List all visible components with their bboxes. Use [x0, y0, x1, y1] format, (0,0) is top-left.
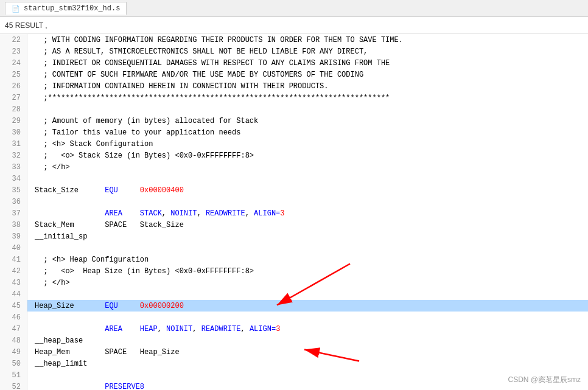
line-number: 47 — [0, 323, 27, 335]
code-line: 27 ;************************************… — [0, 92, 588, 103]
code-line: 28 — [0, 103, 588, 115]
line-content: ; AS A RESULT, STMICROELECTRONICS SHALL … — [27, 47, 368, 56]
tab-label: startup_stm32f10x_hd.s — [24, 4, 120, 13]
line-content: __heap_limit — [27, 360, 87, 368]
code-lines: 22 ; WITH CODING INFORMATION REGARDING T… — [0, 34, 588, 390]
line-number: 33 — [0, 161, 27, 173]
code-line: 39__initial_sp — [0, 231, 588, 242]
line-number: 40 — [0, 242, 27, 254]
line-content: ; CONTENT OF SUCH FIRMWARE AND/OR THE US… — [27, 71, 363, 79]
line-content: ; </h> — [27, 279, 70, 287]
code-line: 30 ; Tailor this value to your applicati… — [0, 127, 588, 138]
code-line: 22 ; WITH CODING INFORMATION REGARDING T… — [0, 34, 588, 46]
line-number: 38 — [0, 219, 27, 231]
file-tab[interactable]: 📄 startup_stm32f10x_hd.s — [5, 2, 127, 15]
code-area: 22 ; WITH CODING INFORMATION REGARDING T… — [0, 34, 588, 390]
line-number: 50 — [0, 358, 27, 369]
line-number: 49 — [0, 346, 27, 358]
line-content: ; Amount of memory (in bytes) allocated … — [27, 117, 258, 125]
code-line: 44 — [0, 288, 588, 300]
line-content: ; Tailor this value to your application … — [27, 128, 240, 137]
line-number: 48 — [0, 335, 27, 346]
line-number: 52 — [0, 381, 27, 390]
line-content: Heap_Mem SPACE Heap_Size — [27, 348, 180, 357]
line-content: ; <o> Stack Size (in Bytes) <0x0-0xFFFFF… — [27, 151, 254, 160]
line-content: __initial_sp — [27, 232, 87, 241]
line-content: ; INFORMATION CONTAINED HEREIN IN CONNEC… — [27, 82, 328, 91]
code-line: 47 AREA HEAP, NOINIT, READWRITE, ALIGN=3 — [0, 323, 588, 335]
line-number: 30 — [0, 127, 27, 138]
line-number: 42 — [0, 265, 27, 277]
line-number: 46 — [0, 312, 27, 323]
search-bar: 45 RESULT , — [0, 17, 588, 34]
line-content: Heap_Size EQU 0x00000200 — [27, 302, 184, 310]
code-line: 33 ; </h> — [0, 161, 588, 173]
code-line: 49Heap_Mem SPACE Heap_Size — [0, 346, 588, 358]
code-line: 45Heap_Size EQU 0x00000200 — [0, 300, 588, 312]
line-number: 27 — [0, 92, 27, 103]
code-line: 46 — [0, 312, 588, 323]
code-line: 26 ; INFORMATION CONTAINED HEREIN IN CON… — [0, 80, 588, 92]
line-number: 36 — [0, 196, 27, 207]
code-line: 23 ; AS A RESULT, STMICROELECTRONICS SHA… — [0, 46, 588, 57]
search-result-text: 45 RESULT , — [5, 21, 47, 30]
code-line: 31 ; <h> Stack Configuration — [0, 138, 588, 150]
code-line: 36 — [0, 196, 588, 207]
line-number: 24 — [0, 57, 27, 69]
code-line: 24 ; INDIRECT OR CONSEQUENTIAL DAMAGES W… — [0, 57, 588, 69]
line-number: 23 — [0, 46, 27, 57]
code-line: 51 — [0, 369, 588, 381]
code-line: 48__heap_base — [0, 335, 588, 346]
line-content: ; <h> Heap Configuration — [27, 256, 149, 264]
line-content: Stack_Mem SPACE Stack_Size — [27, 221, 184, 229]
line-content: PRESERVE8 — [27, 383, 144, 391]
line-number: 43 — [0, 277, 27, 288]
code-line: 41 ; <h> Heap Configuration — [0, 254, 588, 265]
code-line: 29 ; Amount of memory (in bytes) allocat… — [0, 115, 588, 127]
line-number: 35 — [0, 184, 27, 196]
line-number: 34 — [0, 173, 27, 184]
line-content: ; <o> Heap Size (in Bytes) <0x0-0xFFFFFF… — [27, 267, 254, 276]
title-bar: 📄 startup_stm32f10x_hd.s — [0, 0, 588, 17]
line-number: 22 — [0, 34, 27, 46]
line-content: ; INDIRECT OR CONSEQUENTIAL DAMAGES WITH… — [27, 59, 390, 68]
line-content: ; <h> Stack Configuration — [27, 140, 153, 148]
line-number: 26 — [0, 80, 27, 92]
line-number: 44 — [0, 288, 27, 300]
line-content: ;***************************************… — [27, 94, 390, 102]
code-line: 25 ; CONTENT OF SUCH FIRMWARE AND/OR THE… — [0, 69, 588, 80]
line-number: 51 — [0, 369, 27, 381]
code-line: 50__heap_limit — [0, 358, 588, 369]
line-content: ; </h> — [27, 163, 70, 172]
line-content: AREA HEAP, NOINIT, READWRITE, ALIGN=3 — [27, 325, 280, 333]
line-number: 32 — [0, 150, 27, 161]
code-line: 40 — [0, 242, 588, 254]
line-number: 25 — [0, 69, 27, 80]
line-number: 37 — [0, 207, 27, 219]
line-number: 45 — [0, 300, 27, 312]
line-number: 28 — [0, 103, 27, 115]
code-line: 42 ; <o> Heap Size (in Bytes) <0x0-0xFFF… — [0, 265, 588, 277]
code-line: 38Stack_Mem SPACE Stack_Size — [0, 219, 588, 231]
line-number: 39 — [0, 231, 27, 242]
code-line: 37 AREA STACK, NOINIT, READWRITE, ALIGN=… — [0, 207, 588, 219]
line-number: 29 — [0, 115, 27, 127]
code-line: 43 ; </h> — [0, 277, 588, 288]
code-line: 34 — [0, 173, 588, 184]
line-content: AREA STACK, NOINIT, READWRITE, ALIGN=3 — [27, 209, 285, 218]
watermark: CSDN @窦茗星辰smz — [508, 375, 581, 385]
code-line: 32 ; <o> Stack Size (in Bytes) <0x0-0xFF… — [0, 150, 588, 161]
line-content: ; WITH CODING INFORMATION REGARDING THEI… — [27, 36, 403, 44]
line-content: __heap_base — [27, 336, 83, 345]
line-number: 31 — [0, 138, 27, 150]
file-icon: 📄 — [12, 5, 20, 13]
line-content: Stack_Size EQU 0x00000400 — [27, 186, 184, 195]
code-line: 52 PRESERVE8 — [0, 381, 588, 390]
line-number: 41 — [0, 254, 27, 265]
code-line: 35Stack_Size EQU 0x00000400 — [0, 184, 588, 196]
